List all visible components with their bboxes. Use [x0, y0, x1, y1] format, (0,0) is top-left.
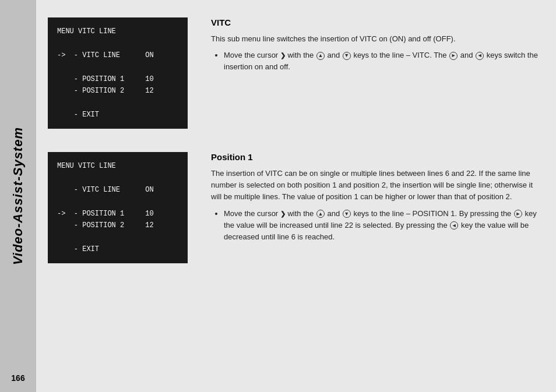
menu-line-5: - POSITION 1 10 — [57, 73, 178, 85]
menu-line-4 — [57, 61, 178, 73]
menu-b-line-8: - EXIT — [57, 243, 178, 255]
bottom-bullet-list: Move the cursor ❯ with the ▲ and ▼ keys … — [216, 208, 539, 243]
menu-b-line-4 — [57, 196, 178, 207]
left-arrow-icon-2: ◄ — [450, 221, 458, 229]
sidebar-label: Video-Assist-System — [10, 127, 26, 265]
top-bullet-1-text: Move the cursor ❯ with the ▲ and ▼ keys … — [224, 51, 538, 71]
up-arrow-icon: ▲ — [316, 52, 325, 60]
top-paragraph1: This sub menu line switches the insertio… — [211, 33, 539, 45]
menu-b-line-2 — [57, 172, 178, 184]
menu-line-7 — [57, 97, 178, 108]
menu-b-line-6: - POSITION 2 12 — [57, 220, 178, 231]
cursor-arrow-icon: ❯ — [280, 52, 286, 59]
bottom-section: MENU VITC LINE - VITC LINE ON -> - POSIT… — [36, 146, 556, 275]
menu-line-1: MENU VITC LINE — [57, 26, 178, 37]
menu-box-bottom: MENU VITC LINE - VITC LINE ON -> - POSIT… — [48, 152, 188, 263]
top-bullet-list: Move the cursor ❯ with the ▲ and ▼ keys … — [216, 50, 539, 73]
menu-b-line-5: -> - POSITION 1 10 — [57, 208, 178, 220]
sidebar: Video-Assist-System 166 — [0, 0, 36, 392]
menu-line-6: - POSITION 2 12 — [57, 85, 178, 97]
text-panel-top: VITC This sub menu line switches the ins… — [205, 17, 544, 129]
right-arrow-icon-2: ► — [514, 210, 522, 218]
bottom-heading: Position 1 — [211, 152, 539, 162]
menu-line-8: - EXIT — [57, 109, 178, 121]
text-panel-bottom: Position 1 The insertion of VITC can be … — [205, 152, 544, 263]
cursor-arrow-icon-2: ❯ — [280, 210, 286, 217]
bottom-bullet-1: Move the cursor ❯ with the ▲ and ▼ keys … — [224, 208, 539, 243]
bottom-bullet-1-text: Move the cursor ❯ with the ▲ and ▼ keys … — [224, 209, 537, 241]
page-number: 166 — [0, 373, 36, 383]
menu-line-2 — [57, 37, 178, 49]
top-bullet-1: Move the cursor ❯ with the ▲ and ▼ keys … — [224, 50, 539, 73]
up-arrow-icon-2: ▲ — [316, 210, 325, 218]
menu-line-3: -> - VITC LINE ON — [57, 50, 178, 61]
bottom-paragraph1: The insertion of VITC can be on single o… — [211, 168, 539, 203]
main-content: MENU VITC LINE -> - VITC LINE ON - POSIT… — [36, 0, 556, 392]
down-arrow-icon: ▼ — [343, 52, 351, 60]
menu-b-line-3: - VITC LINE ON — [57, 184, 178, 196]
right-arrow-icon-1: ► — [449, 52, 458, 60]
top-heading: VITC — [211, 17, 539, 27]
top-section: MENU VITC LINE -> - VITC LINE ON - POSIT… — [36, 12, 556, 140]
left-arrow-icon-1: ◄ — [476, 52, 484, 60]
menu-b-line-1: MENU VITC LINE — [57, 160, 178, 172]
menu-box-top: MENU VITC LINE -> - VITC LINE ON - POSIT… — [48, 17, 188, 129]
menu-b-line-7 — [57, 231, 178, 243]
down-arrow-icon-2: ▼ — [343, 210, 351, 218]
